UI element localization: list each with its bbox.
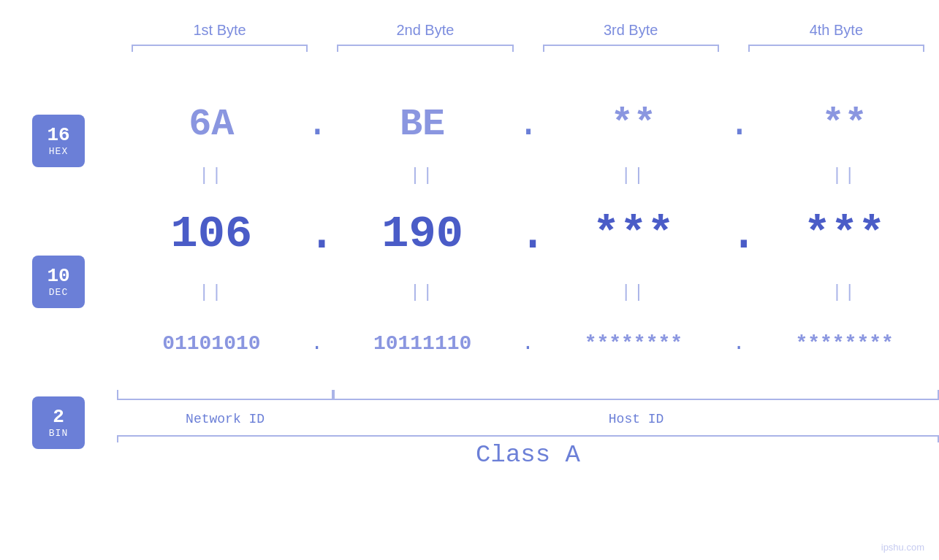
bin-badge: 2 BIN [32, 396, 85, 449]
hex-badge: 16 HEX [32, 115, 85, 167]
bin-dot1: . [306, 332, 328, 355]
outer-bracket [117, 435, 939, 437]
hex-b1: 6A [117, 103, 306, 146]
watermark: ipshu.com [881, 542, 924, 553]
dec-b1: 106 [117, 208, 306, 260]
hex-b2: BE [328, 103, 517, 146]
sep1-b3: || [539, 166, 729, 185]
bottom-brackets-area: Network ID Host ID [117, 386, 939, 429]
byte4-header: 4th Byte [734, 22, 939, 46]
bin-b1: 01101010 [117, 332, 306, 355]
sep1-b4: || [750, 166, 939, 185]
dec-badge: 10 DEC [32, 256, 85, 308]
main-container: 1st Byte 2nd Byte 3rd Byte 4th Byte 16 H… [0, 0, 939, 560]
dec-row: 106 . 190 . *** . *** [117, 190, 939, 277]
network-bracket [117, 399, 333, 400]
host-id-label: Host ID [333, 412, 939, 426]
byte-headers: 1st Byte 2nd Byte 3rd Byte 4th Byte [0, 22, 939, 46]
sep2-b3: || [539, 283, 729, 302]
hex-dot2: . [517, 103, 539, 146]
bin-b3: ******** [539, 332, 729, 355]
class-label: Class A [117, 441, 939, 469]
bin-dot2: . [517, 332, 539, 355]
sep2-b4: || [750, 283, 939, 302]
sep1-b2: || [328, 166, 517, 185]
rows-container: 6A . BE . ** . ** || || || || 106 [117, 88, 939, 469]
hex-row: 6A . BE . ** . ** [117, 88, 939, 161]
bin-b4: ******** [750, 332, 939, 355]
hex-b3: ** [539, 103, 729, 146]
badges-column: 16 HEX 10 DEC 2 BIN [0, 88, 117, 469]
dec-dot1: . [306, 204, 328, 264]
byte1-header: 1st Byte [117, 22, 322, 46]
bin-row: 01101010 . 10111110 . ******** . *******… [117, 307, 939, 380]
sep2-b1: || [117, 283, 306, 302]
sep1-b1: || [117, 166, 306, 185]
bin-b2: 10111110 [328, 332, 517, 355]
dec-dot3: . [728, 204, 750, 264]
hex-dot3: . [728, 103, 750, 146]
dec-b4: *** [750, 208, 939, 260]
sep-row-1: || || || || [117, 161, 939, 190]
sep-row-2: || || || || [117, 277, 939, 307]
dec-b2: 190 [328, 208, 517, 260]
host-bracket [333, 399, 939, 400]
byte2-header: 2nd Byte [322, 22, 528, 46]
hex-dot1: . [306, 103, 328, 146]
content-area: 16 HEX 10 DEC 2 BIN [0, 88, 939, 469]
dec-b3: *** [539, 208, 729, 260]
dec-dot2: . [517, 204, 539, 264]
network-id-label: Network ID [117, 412, 333, 426]
hex-b4: ** [750, 103, 939, 146]
class-area: Class A [117, 435, 939, 469]
sep2-b2: || [328, 283, 517, 302]
bin-dot3: . [728, 332, 750, 355]
byte3-header: 3rd Byte [528, 22, 734, 46]
